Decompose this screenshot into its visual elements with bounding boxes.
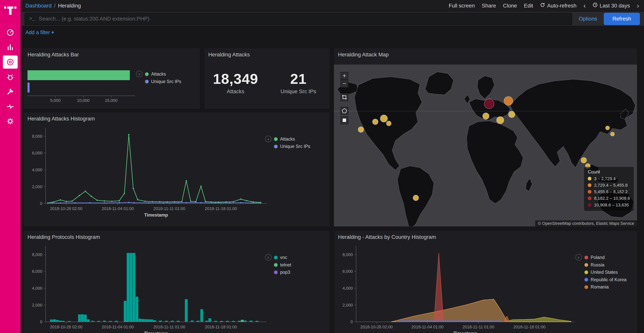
legend-item[interactable]: Poland xyxy=(584,254,626,261)
legend-item[interactable]: Attacks xyxy=(145,70,181,78)
map-controls: + − xyxy=(340,72,348,124)
metric-group: 18,349 Attacks 21 Unique Src IPs xyxy=(204,71,330,95)
sidebar-item-bug[interactable] xyxy=(3,70,18,84)
refresh-button[interactable]: Refresh xyxy=(604,13,640,25)
legend-label: pop3 xyxy=(280,270,290,275)
svg-text:2,000: 2,000 xyxy=(342,303,353,307)
svg-text:4,000: 4,000 xyxy=(32,168,42,172)
legend-item[interactable]: pop3 xyxy=(274,268,291,276)
sidebar-item-settings[interactable] xyxy=(3,115,18,128)
panel-title: Heralding - Attacks by Country Histogram xyxy=(334,231,637,242)
plus-icon: + xyxy=(51,30,54,35)
legend-item: 5,455.8 – 8,182.2 xyxy=(588,188,630,195)
time-back-button[interactable]: ‹ xyxy=(584,2,586,9)
legend-item[interactable]: vnc xyxy=(274,254,291,261)
legend-item[interactable]: Russia xyxy=(584,261,626,268)
add-filter-link[interactable]: Add a filter+ xyxy=(26,30,54,35)
legend-item[interactable]: Unique Src IPs xyxy=(274,143,310,150)
protocols-histogram-chart: 02,0004,0006,0008,0002018-10-28 02:00201… xyxy=(27,242,270,333)
panel-protocols-histogram: Heralding Protocols Histogram 02,0004,00… xyxy=(23,230,330,333)
legend-item: 8,182.2 – 10,908.6 xyxy=(588,195,630,201)
panel-title: Heralding Attacks xyxy=(204,48,330,59)
legend-expand-toggle[interactable]: › xyxy=(136,71,142,77)
legend-dot xyxy=(274,137,278,141)
share-button[interactable]: Share xyxy=(482,3,496,9)
svg-text:0: 0 xyxy=(40,201,42,206)
svg-text:2018-10-28 02:00: 2018-10-28 02:00 xyxy=(360,325,393,329)
time-forward-button[interactable]: › xyxy=(637,2,639,9)
sidebar-item-gauge[interactable] xyxy=(3,26,18,39)
legend-label: Republic of Korea xyxy=(590,277,626,282)
legend-label: 10,908.6 – 13,635 xyxy=(594,202,629,207)
svg-text:6,000: 6,000 xyxy=(32,269,42,274)
legend-label: Poland xyxy=(590,255,604,260)
svg-text:2,000: 2,000 xyxy=(32,185,42,189)
legend-dot xyxy=(145,72,148,76)
map-attribution: © OpenStreetMap contributors, Elastic Ma… xyxy=(535,220,637,226)
svg-text:0: 0 xyxy=(350,319,353,324)
clone-button[interactable]: Clone xyxy=(503,3,517,9)
legend-dot xyxy=(274,270,278,274)
sidebar-item-health[interactable] xyxy=(3,100,18,113)
svg-text:Timestamp: Timestamp xyxy=(144,331,168,333)
legend-expand-toggle[interactable]: › xyxy=(265,254,272,260)
filter-bar: Add a filter+ xyxy=(20,26,644,39)
search-box: >_ xyxy=(25,13,572,25)
legend-label: telnet xyxy=(280,262,291,267)
svg-text:2018-11-04 01:00: 2018-11-04 01:00 xyxy=(102,325,134,329)
breadcrumb-bar: Dashboard / Heralding Full screen Share … xyxy=(20,0,644,12)
polygon-tool-button[interactable] xyxy=(340,107,348,115)
country-histogram-legend: › PolandRussiaUnited StatesRepublic of K… xyxy=(576,254,626,291)
panel-attack-map: Heralding Attack Map xyxy=(334,48,638,227)
crop-tool-button[interactable] xyxy=(340,93,348,101)
breadcrumb-dashboard-link[interactable]: Dashboard xyxy=(26,3,52,9)
app-sidebar xyxy=(0,0,20,333)
svg-text:2018-11-11 01:00: 2018-11-11 01:00 xyxy=(462,325,494,329)
zoom-out-button[interactable]: − xyxy=(340,80,348,88)
legend-dot xyxy=(584,255,588,259)
search-input[interactable] xyxy=(39,16,568,22)
legend-dot xyxy=(588,176,592,180)
svg-text:2018-11-04 01:00: 2018-11-04 01:00 xyxy=(102,206,134,211)
legend-label: Attacks xyxy=(280,136,295,141)
metric-value: 21 xyxy=(267,71,330,87)
world-map[interactable]: + − Count 3 – 2,729.42,729.4 – 5,455.85,… xyxy=(334,65,637,226)
legend-item: 2,729.4 – 5,455.8 xyxy=(588,182,630,188)
auto-refresh-button[interactable]: Auto-refresh xyxy=(540,3,576,9)
legend-label: Unique Src IPs xyxy=(280,144,310,149)
legend-dot xyxy=(588,203,592,207)
full-screen-button[interactable]: Full screen xyxy=(449,3,475,9)
legend-item[interactable]: United States xyxy=(584,268,626,276)
options-link[interactable]: Options xyxy=(579,16,597,22)
svg-text:8,000: 8,000 xyxy=(32,252,42,257)
panel-attacks-metric: Heralding Attacks 18,349 Attacks 21 Uniq… xyxy=(204,48,330,109)
legend-expand-toggle[interactable]: › xyxy=(576,254,582,260)
t-mobile-logo xyxy=(4,4,16,17)
legend-item[interactable]: Attacks xyxy=(274,135,310,143)
map-legend-title: Count xyxy=(588,169,630,174)
time-range-button[interactable]: Last 30 days xyxy=(593,3,630,9)
legend-item[interactable]: Romania xyxy=(584,283,626,291)
legend-item[interactable]: telnet xyxy=(274,261,291,268)
legend-label: 8,182.2 – 10,908.6 xyxy=(594,196,630,201)
legend-item[interactable]: Unique Src IPs xyxy=(145,78,181,85)
legend-dot xyxy=(274,255,278,259)
svg-text:Timestamp: Timestamp xyxy=(454,331,477,333)
sidebar-item-bar-chart[interactable] xyxy=(3,41,18,54)
legend-item[interactable]: Republic of Korea xyxy=(584,276,626,283)
legend-label: 5,455.8 – 8,182.2 xyxy=(594,189,628,194)
svg-text:5,000: 5,000 xyxy=(50,98,60,103)
sidebar-item-tools[interactable] xyxy=(3,85,18,98)
sidebar-item-dashboards[interactable] xyxy=(3,56,18,69)
svg-text:8,000: 8,000 xyxy=(342,252,353,257)
zoom-in-button[interactable]: + xyxy=(340,72,348,80)
panel-country-histogram: Heralding - Attacks by Country Histogram… xyxy=(334,230,638,333)
svg-text:2018-11-11 01:00: 2018-11-11 01:00 xyxy=(154,325,185,329)
svg-text:4,000: 4,000 xyxy=(32,286,42,291)
legend-expand-toggle[interactable]: › xyxy=(265,136,272,142)
svg-text:4,000: 4,000 xyxy=(342,286,353,291)
edit-button[interactable]: Edit xyxy=(524,3,533,9)
rectangle-tool-button[interactable] xyxy=(340,116,348,124)
legend-dot xyxy=(274,263,278,266)
legend-label: Romania xyxy=(590,284,608,289)
